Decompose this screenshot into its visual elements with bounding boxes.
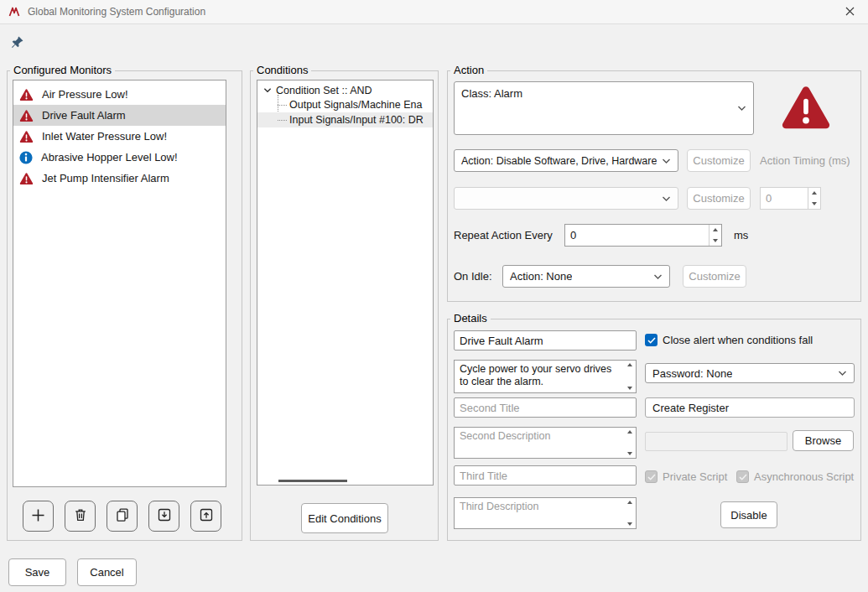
async-script-checkbox[interactable]: Asynchronous Script — [736, 470, 854, 483]
scroll-down-icon[interactable] — [627, 387, 632, 390]
monitor-item-label: Inlet Water Pressure Low! — [42, 130, 167, 143]
idle-action-combobox-value: Action: None — [510, 270, 572, 283]
class-combobox[interactable]: Class: Alarm — [454, 81, 754, 135]
alert-description-input[interactable]: Cycle power to your servo drives to clea… — [455, 361, 623, 392]
third-description-input[interactable] — [455, 498, 623, 528]
checkbox-checked-icon — [645, 334, 657, 346]
cancel-button[interactable]: Cancel — [77, 558, 137, 586]
tree-node-label: Output Signals/Machine Ena — [289, 99, 422, 111]
repeat-interval-input[interactable] — [565, 225, 708, 246]
close-button[interactable] — [831, 0, 868, 23]
monitor-list[interactable]: Air Pressure Low! Drive Fault Alarm Inle… — [13, 80, 226, 487]
password-combobox-value: Password: None — [652, 367, 732, 380]
export-monitor-button[interactable] — [190, 501, 221, 532]
spin-up-button[interactable] — [709, 225, 721, 236]
close-icon — [845, 6, 855, 18]
customize-idle-button[interactable]: Customize — [683, 265, 746, 288]
window-title: Global Monitoring System Configuration — [28, 6, 205, 18]
scroll-up-icon[interactable] — [627, 430, 632, 434]
monitor-list-item[interactable]: Abrasive Hopper Level Low! — [13, 147, 226, 168]
spinner-buttons — [808, 188, 820, 209]
spin-down-button[interactable] — [709, 236, 721, 247]
repeat-action-label: Repeat Action Every — [454, 229, 553, 241]
import-monitor-button[interactable] — [148, 501, 179, 532]
conditions-label: Conditions — [253, 64, 311, 76]
checkbox-disabled-icon — [645, 470, 657, 483]
close-alert-checkbox-label: Close alert when conditions fall — [663, 334, 813, 346]
chevron-down-icon — [662, 195, 671, 201]
script-path-input[interactable] — [645, 432, 787, 451]
action-timing-input[interactable] — [761, 188, 807, 209]
customize-secondary-button[interactable]: Customize — [687, 187, 751, 210]
tree-node-child[interactable]: Input Signals/Input #100: DR — [257, 112, 433, 127]
tree-node-label: Input Signals/Input #100: DR — [289, 114, 424, 126]
action-timing-spinner[interactable] — [760, 187, 821, 210]
scroll-arrows — [624, 499, 635, 527]
action-group: Action Class: Alarm Action: Disable Soft… — [447, 70, 861, 302]
idle-action-combobox[interactable]: Action: None — [502, 265, 670, 288]
scroll-up-icon[interactable] — [627, 363, 632, 366]
edit-conditions-button[interactable]: Edit Conditions — [301, 503, 388, 533]
tree-node-root[interactable]: Condition Set :: AND — [257, 80, 433, 97]
private-script-label: Private Script — [663, 470, 727, 483]
disable-button[interactable]: Disable — [720, 501, 777, 528]
close-alert-checkbox[interactable]: Close alert when conditions fall — [645, 334, 813, 346]
tree-children: Output Signals/Machine Ena Input Signals… — [257, 97, 433, 127]
copy-monitor-button[interactable] — [107, 501, 138, 532]
scroll-arrows — [624, 361, 635, 392]
monitor-list-item[interactable]: Drive Fault Alarm — [13, 105, 226, 126]
create-register-button[interactable]: Create Register — [645, 397, 855, 418]
chevron-down-icon — [838, 371, 847, 376]
delete-monitor-button[interactable] — [65, 501, 96, 532]
scroll-up-icon[interactable] — [627, 501, 632, 504]
async-script-label: Asynchronous Script — [754, 470, 854, 483]
monitor-list-item[interactable]: Jet Pump Intensifier Alarm — [13, 168, 226, 189]
third-title-input[interactable] — [454, 465, 637, 486]
save-button[interactable]: Save — [8, 558, 66, 586]
action-label: Action — [450, 64, 487, 76]
add-monitor-button[interactable] — [23, 501, 54, 532]
scroll-down-icon[interactable] — [627, 452, 632, 455]
horizontal-scrollbar[interactable] — [278, 480, 347, 482]
monitor-toolbar — [23, 501, 221, 532]
pin-icon[interactable] — [10, 35, 24, 52]
conditions-tree[interactable]: Condition Set :: AND Output Signals/Mach… — [257, 80, 434, 486]
tree-node-child[interactable]: Output Signals/Machine Ena — [257, 97, 433, 112]
monitor-item-label: Drive Fault Alarm — [42, 109, 126, 122]
secondary-action-combobox[interactable] — [454, 187, 678, 210]
private-script-checkbox[interactable]: Private Script — [645, 470, 727, 483]
export-icon — [198, 506, 215, 526]
chevron-down-icon[interactable] — [263, 87, 272, 93]
spinner-buttons — [709, 225, 721, 246]
alert-title-input[interactable] — [454, 330, 637, 351]
customize-action-button[interactable]: Customize — [687, 149, 751, 172]
trash-icon — [72, 506, 89, 526]
conditions-group: Conditions Condition Set :: AND Output S… — [250, 70, 439, 541]
action-combobox[interactable]: Action: Disable Software, Drive, Hardwar… — [454, 149, 678, 172]
monitor-item-label: Air Pressure Low! — [42, 88, 128, 101]
password-combobox[interactable]: Password: None — [645, 363, 855, 383]
chevron-down-icon — [737, 106, 746, 112]
second-title-input[interactable] — [454, 397, 637, 418]
repeat-interval-spinner[interactable] — [564, 224, 722, 247]
warning-icon — [19, 130, 34, 143]
second-description-input[interactable] — [455, 428, 623, 458]
alert-description-field: Cycle power to your servo drives to clea… — [454, 360, 637, 393]
title-bar: Global Monitoring System Configuration — [0, 0, 868, 24]
monitor-list-item[interactable]: Air Pressure Low! — [13, 84, 226, 105]
checkbox-disabled-icon — [736, 470, 749, 483]
chevron-down-icon — [662, 158, 671, 164]
class-combobox-value: Class: Alarm — [461, 87, 522, 100]
configured-monitors-label: Configured Monitors — [10, 64, 115, 76]
plus-icon — [29, 506, 47, 527]
app-logo-icon — [8, 5, 21, 18]
scroll-arrows — [624, 428, 635, 457]
details-label: Details — [450, 312, 491, 325]
info-icon — [19, 151, 33, 164]
browse-button[interactable]: Browse — [793, 430, 854, 451]
monitor-list-item[interactable]: Inlet Water Pressure Low! — [13, 126, 226, 147]
window: Global Monitoring System Configuration C… — [0, 0, 868, 592]
spin-down-button[interactable] — [808, 199, 820, 210]
scroll-down-icon[interactable] — [627, 522, 632, 526]
spin-up-button[interactable] — [808, 188, 820, 199]
